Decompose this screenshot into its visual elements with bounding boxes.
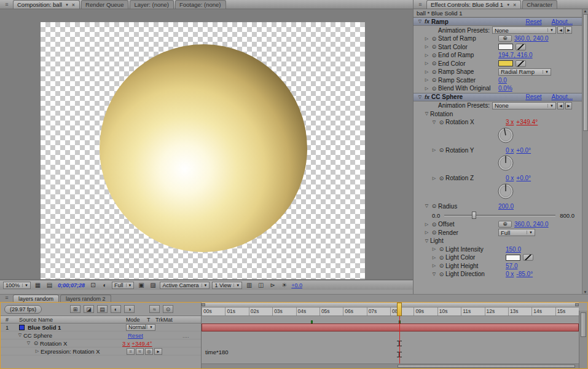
tab-layer[interactable]: Layer: (none)	[130, 0, 174, 9]
tab-render-queue[interactable]: Render Queue	[81, 0, 128, 9]
rotation-x-degrees[interactable]: +349.4°	[516, 119, 538, 125]
eyedropper-icon[interactable]	[523, 254, 533, 261]
twirl-open-icon[interactable]: ▽	[417, 19, 423, 24]
twirl-open-icon[interactable]: ▽	[17, 333, 23, 338]
stopwatch-icon[interactable]: ⊙	[437, 263, 445, 269]
rotation-z-revolutions[interactable]: 0 x	[506, 175, 514, 181]
point-picker-icon[interactable]: ⊕	[498, 35, 512, 42]
twirl-open-icon[interactable]: ▽	[423, 204, 430, 208]
tab-menu-icon[interactable]: ▼	[65, 3, 69, 7]
expression-pickwhip-icon[interactable]: ◎	[145, 348, 153, 355]
next-preset-icon[interactable]: ▶	[565, 26, 572, 34]
keyframe-marker[interactable]	[311, 320, 313, 323]
rotation-y-dial[interactable]	[497, 154, 514, 172]
effect-header-ramp[interactable]: ▽ fx Ramp Reset About...	[414, 17, 582, 26]
view-layout-icon[interactable]: ▥	[245, 281, 254, 289]
timeline-reset-link[interactable]: Reset	[128, 332, 143, 339]
current-time-display[interactable]: 0;00;07;28	[57, 282, 86, 288]
tab-close-icon[interactable]: ×	[72, 2, 75, 8]
shy-layers-icon[interactable]: ▤	[97, 305, 108, 313]
snapshot-icon[interactable]: ⊡	[88, 281, 98, 289]
stopwatch-icon[interactable]: ⊙	[430, 221, 438, 228]
expression-row[interactable]: ▷ Expression: Rotation X = ≈ ◎ ▸	[1, 347, 201, 355]
eyedropper-icon[interactable]	[515, 44, 526, 50]
scrollbar-thumb[interactable]	[583, 14, 588, 131]
rotation-x-timeline-value[interactable]: 3 x +349.4°	[122, 340, 152, 347]
twirl-closed-icon[interactable]: ▷	[423, 86, 430, 91]
twirl-closed-icon[interactable]: ▷	[423, 222, 430, 227]
panel-grip-icon[interactable]: ≡	[416, 1, 425, 8]
effects-scrollbar[interactable]: ▲ ▼	[582, 9, 588, 294]
panel-grip-icon[interactable]: ≡	[2, 294, 11, 301]
stopwatch-icon[interactable]: ⊙	[437, 255, 445, 261]
point-picker-icon[interactable]: ⊕	[498, 221, 512, 228]
render-select[interactable]: Full ▼	[498, 229, 535, 236]
layer-name[interactable]: Blue Solid 1	[28, 324, 61, 331]
next-preset-icon[interactable]: ▶	[565, 102, 572, 109]
eyedropper-icon[interactable]	[515, 60, 526, 67]
scrollbar-thumb[interactable]	[581, 312, 586, 337]
layer-color-swatch[interactable]	[19, 325, 25, 330]
start-of-ramp-value[interactable]: 360.0, 240.0	[514, 35, 549, 42]
tab-layers-random-2[interactable]: layers random 2	[60, 295, 111, 302]
effect-header-cc-sphere[interactable]: ▽ fx CC Sphere Reset About...	[414, 93, 582, 101]
region-of-interest-icon[interactable]: ▣	[136, 281, 146, 289]
timeline-effect-name[interactable]: CC Sphere	[23, 332, 52, 339]
tab-composition[interactable]: Composition: ball ▼ ×	[13, 0, 80, 9]
draft-3d-icon[interactable]: ◪	[84, 305, 94, 313]
scroll-up-icon[interactable]: ▲	[584, 9, 587, 13]
twirl-closed-icon[interactable]: ▷	[431, 247, 437, 252]
ramp-shape-select[interactable]: Radial Ramp ▼	[498, 68, 551, 76]
stopwatch-icon[interactable]: ⊙	[437, 271, 445, 277]
motion-blur-icon[interactable]: ◑	[124, 305, 135, 313]
magnification-select[interactable]: 100% ▼	[3, 282, 31, 289]
column-t[interactable]: T	[147, 317, 151, 323]
twirl-closed-icon[interactable]: ▷	[423, 61, 430, 66]
start-color-swatch[interactable]	[498, 44, 513, 50]
previous-preset-icon[interactable]: ◀	[557, 102, 564, 109]
light-height-value[interactable]: 57.0	[506, 263, 517, 269]
twirl-open-icon[interactable]: ▽	[423, 239, 430, 244]
expression-language-icon[interactable]: ▸	[154, 348, 162, 355]
light-direction-revolutions[interactable]: 0 x	[506, 271, 514, 277]
twirl-closed-icon[interactable]: ▷	[431, 148, 437, 153]
view-layout-select[interactable]: 1 View ▼	[212, 282, 242, 289]
stopwatch-icon[interactable]: ⊙	[437, 246, 445, 252]
current-time-indicator-head[interactable]	[397, 303, 402, 316]
stopwatch-icon[interactable]: ⊙	[430, 69, 438, 75]
current-time-indicator-line[interactable]	[399, 308, 400, 368]
cc-sphere-about-link[interactable]: About...	[552, 93, 573, 100]
cc-sphere-reset-link[interactable]: Reset	[525, 93, 541, 100]
radius-slider-thumb[interactable]	[472, 212, 476, 219]
twirl-closed-icon[interactable]: ▷	[431, 263, 437, 268]
comp-flowchart-icon[interactable]: ⊞	[70, 305, 80, 313]
previous-preset-icon[interactable]: ◀	[557, 26, 564, 34]
radius-value[interactable]: 200.0	[498, 203, 514, 210]
layer-duration-bar[interactable]	[202, 323, 579, 331]
column-source-name[interactable]: Source Name	[19, 317, 53, 323]
tab-close-icon[interactable]: ×	[513, 2, 516, 8]
timeline-horizontal-scrollbar[interactable]	[202, 363, 579, 368]
frame-blend-icon[interactable]: ◐	[111, 305, 121, 313]
blend-mode-select[interactable]: Normal ▼	[126, 324, 155, 331]
end-of-ramp-value[interactable]: 194.7, 416.0	[498, 52, 533, 58]
twirl-closed-icon[interactable]: ▷	[423, 230, 430, 235]
twirl-closed-icon[interactable]: ▷	[423, 44, 430, 49]
transparency-grid-icon[interactable]: ▨	[148, 281, 157, 289]
tab-effect-controls[interactable]: Effect Controls: Blue Solid 1 ▼ ×	[426, 0, 521, 9]
animation-presets-select[interactable]: None ▼	[492, 102, 556, 109]
fast-previews-icon[interactable]: ⊳	[268, 281, 277, 289]
light-intensity-value[interactable]: 150.0	[506, 246, 521, 253]
navigator-end-handle[interactable]	[575, 303, 579, 306]
show-channel-icon[interactable]: ◐	[100, 281, 109, 289]
stopwatch-icon[interactable]: ⊙	[437, 119, 445, 125]
camera-view-select[interactable]: Active Camera ▼	[160, 282, 210, 289]
panel-grip-icon[interactable]: ≡	[2, 1, 11, 8]
twirl-closed-icon[interactable]: ▷	[431, 255, 437, 260]
navigator-start-handle[interactable]	[202, 303, 205, 306]
auto-keyframe-icon[interactable]: ⊙	[163, 305, 173, 313]
rotation-z-dial[interactable]	[497, 183, 514, 200]
tab-character[interactable]: Character	[522, 0, 557, 9]
scrollbar-thumb[interactable]	[398, 365, 575, 368]
stopwatch-icon[interactable]: ⊙	[32, 340, 40, 346]
